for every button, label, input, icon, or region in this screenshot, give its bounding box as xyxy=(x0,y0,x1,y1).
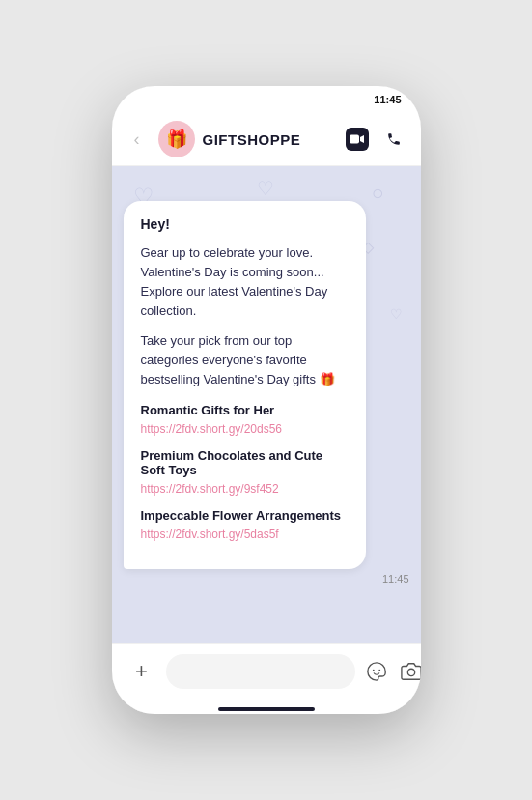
message-paragraph1: Gear up to celebrate your love. Valentin… xyxy=(141,243,350,322)
message-row: Hey! Gear up to celebrate your love. Val… xyxy=(124,201,409,569)
svg-text:♡: ♡ xyxy=(257,178,274,199)
phone-call-button[interactable] xyxy=(382,128,406,151)
bottom-bar: + xyxy=(112,643,421,708)
message-greeting: Hey! xyxy=(141,216,350,232)
svg-rect-0 xyxy=(350,135,359,144)
back-button[interactable]: ‹ xyxy=(124,126,151,153)
message-input[interactable] xyxy=(166,654,355,689)
header-icons xyxy=(346,128,406,151)
svg-point-14 xyxy=(407,669,414,675)
section-1-link[interactable]: https://2fdv.short.gy/9sf452 xyxy=(141,482,279,496)
svg-point-12 xyxy=(372,670,374,671)
message-paragraph2: Take your pick from our top categories e… xyxy=(141,331,350,389)
video-call-button[interactable] xyxy=(346,128,369,151)
home-indicator xyxy=(112,708,421,714)
avatar: 🎁 xyxy=(158,121,195,157)
chat-area: ♡ 🎁 ♡ ♡ ○ ○ ♡ ♡ ◇ ◇ ♡ Hey! Gear up to ce… xyxy=(112,166,421,643)
input-icons xyxy=(365,660,421,683)
section-1-title: Premium Chocolates and Cute Soft Toys xyxy=(141,448,350,477)
message-section-1: Premium Chocolates and Cute Soft Toys ht… xyxy=(141,448,350,497)
message-section-0: Romantic Gifts for Her https://2fdv.shor… xyxy=(141,403,350,437)
status-time: 11:45 xyxy=(374,94,401,105)
home-bar xyxy=(218,707,315,711)
sticker-icon[interactable] xyxy=(365,660,388,683)
camera-icon[interactable] xyxy=(400,660,421,683)
chat-header: ‹ 🎁 GIFTSHOPPE xyxy=(112,113,421,166)
phone-frame: 11:45 ‹ 🎁 GIFTSHOPPE ♡ xyxy=(112,86,421,714)
section-2-title: Impeccable Flower Arrangements xyxy=(141,508,350,523)
brand-name: GIFTSHOPPE xyxy=(203,131,338,148)
section-0-link[interactable]: https://2fdv.short.gy/20ds56 xyxy=(141,422,283,436)
section-0-title: Romantic Gifts for Her xyxy=(141,403,350,417)
add-button[interactable]: + xyxy=(127,657,156,686)
section-2-link[interactable]: https://2fdv.short.gy/5das5f xyxy=(141,528,279,541)
message-bubble: Hey! Gear up to celebrate your love. Val… xyxy=(124,201,367,569)
svg-point-13 xyxy=(378,670,380,671)
status-bar: 11:45 xyxy=(112,86,421,113)
message-timestamp: 11:45 xyxy=(382,573,409,585)
message-section-2: Impeccable Flower Arrangements https://2… xyxy=(141,508,350,542)
